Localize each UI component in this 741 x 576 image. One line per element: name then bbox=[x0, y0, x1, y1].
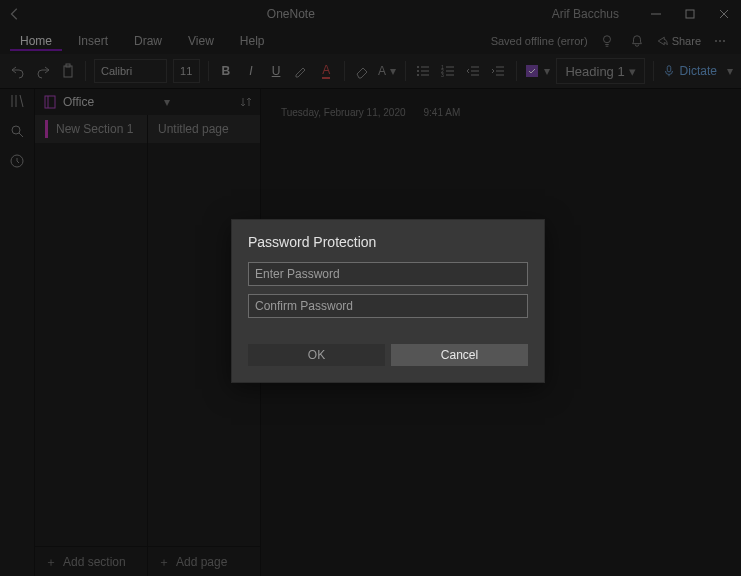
cancel-label: Cancel bbox=[441, 348, 478, 362]
dialog-title: Password Protection bbox=[248, 234, 528, 250]
confirm-password-input[interactable] bbox=[248, 294, 528, 318]
cancel-button[interactable]: Cancel bbox=[391, 344, 528, 366]
enter-password-input[interactable] bbox=[248, 262, 528, 286]
ok-button[interactable]: OK bbox=[248, 344, 385, 366]
ok-label: OK bbox=[308, 348, 325, 362]
password-protection-dialog: Password Protection OK Cancel bbox=[231, 219, 545, 383]
